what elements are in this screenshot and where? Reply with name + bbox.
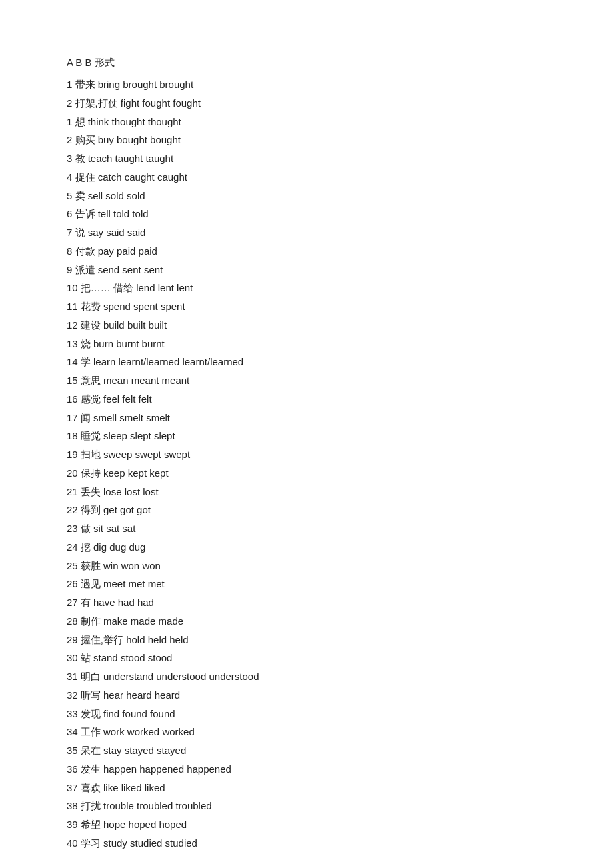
list-item: 1 带来 bring brought brought: [67, 75, 546, 94]
list-item: 26 遇见 meet met met: [67, 575, 546, 593]
list-item: 11 花费 spend spent spent: [67, 297, 546, 316]
list-item: 37 喜欢 like liked liked: [67, 779, 546, 797]
list-item: 21 丢失 lose lost lost: [67, 483, 546, 501]
list-item: 17 闻 smell smelt smelt: [67, 409, 546, 427]
list-item: 7 说 say said said: [67, 223, 546, 242]
list-item: 22 得到 get got got: [67, 501, 546, 519]
list-item: 33 发现 find found found: [67, 705, 546, 723]
list-item: 12 建设 build built built: [67, 316, 546, 335]
list-item: 36 发生 happen happened happened: [67, 760, 546, 779]
list-item: 38 打扰 trouble troubled troubled: [67, 797, 546, 815]
list-item: 20 保持 keep kept kept: [67, 464, 546, 483]
list-item: 3 教 teach taught taught: [67, 149, 546, 168]
list-item: 13 烧 burn burnt burnt: [67, 335, 546, 353]
list-item: 10 把…… 借给 lend lent lent: [67, 279, 546, 297]
list-item: 6 告诉 tell told told: [67, 205, 546, 223]
list-item: 2 打架,打仗 fight fought fought: [67, 94, 546, 113]
list-item: 25 获胜 win won won: [67, 557, 546, 575]
list-item: 27 有 have had had: [67, 593, 546, 612]
list-item: 31 明白 understand understood understood: [67, 667, 546, 686]
list-item: 23 做 sit sat sat: [67, 519, 546, 538]
title: A B B 形式: [67, 53, 546, 71]
list-item: 35 呆在 stay stayed stayed: [67, 741, 546, 760]
list-item: 1 想 think thought thought: [67, 113, 546, 131]
list-item: 30 站 stand stood stood: [67, 649, 546, 667]
list-item: 19 扫地 sweep swept swept: [67, 445, 546, 464]
list-item: 8 付款 pay paid paid: [67, 242, 546, 261]
list-item: 18 睡觉 sleep slept slept: [67, 427, 546, 445]
list-item: 4 捉住 catch caught caught: [67, 168, 546, 187]
list-item: 40 学习 study studied studied: [67, 834, 546, 853]
list-item: 28 制作 make made made: [67, 612, 546, 631]
list-item: 29 握住,举行 hold held held: [67, 631, 546, 649]
list-item: 14 学 learn learnt/learned learnt/learned: [67, 353, 546, 371]
list-item: 24 挖 dig dug dug: [67, 538, 546, 557]
list-item: 9 派遣 send sent sent: [67, 261, 546, 279]
list-item: 2 购买 buy bought bought: [67, 131, 546, 149]
list-item: 34 工作 work worked worked: [67, 723, 546, 741]
list-item: 39 希望 hope hoped hoped: [67, 815, 546, 834]
list-item: 32 听写 hear heard heard: [67, 686, 546, 705]
list-item: 5 卖 sell sold sold: [67, 187, 546, 205]
list-item: 15 意思 mean meant meant: [67, 371, 546, 390]
list-item: 16 感觉 feel felt felt: [67, 390, 546, 409]
